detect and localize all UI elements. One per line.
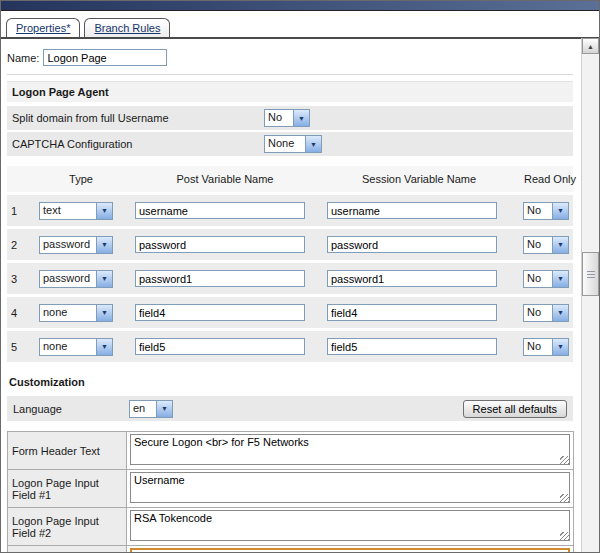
agent-section-header: Logon Page Agent xyxy=(7,81,573,102)
session-variable-input-1[interactable] xyxy=(327,202,497,219)
row-number: 3 xyxy=(11,273,27,285)
type-value: none xyxy=(40,339,96,355)
tab-properties[interactable]: Properties* xyxy=(6,18,80,37)
type-select-1[interactable]: text ▼ xyxy=(39,202,113,220)
customization-section-header: Customization xyxy=(9,376,573,388)
captcha-label: CAPTCHA Configuration xyxy=(12,138,264,150)
field-row-3: 3 password ▼ No ▼ xyxy=(7,263,573,294)
dialog-window: Properties* Branch Rules Name: Logon Pag… xyxy=(0,0,600,553)
chevron-down-icon: ▼ xyxy=(305,136,321,152)
chevron-down-icon: ▼ xyxy=(552,271,568,287)
title-bar xyxy=(1,1,599,11)
scroll-up-button[interactable]: ▲ xyxy=(582,38,599,54)
chevron-down-icon: ▼ xyxy=(552,339,568,355)
name-label: Name: xyxy=(7,52,39,64)
reset-defaults-button[interactable]: Reset all defaults xyxy=(463,400,567,418)
post-variable-input-2[interactable] xyxy=(135,236,305,253)
split-domain-value: No xyxy=(265,110,293,126)
readonly-value: No xyxy=(524,305,552,321)
row-number: 4 xyxy=(11,307,27,319)
split-domain-select[interactable]: No ▼ xyxy=(264,109,310,127)
input-field-3-textarea[interactable]: AD Password xyxy=(130,548,570,553)
type-select-5[interactable]: none ▼ xyxy=(39,338,113,356)
setting-row-split-domain: Split domain from full Username No ▼ xyxy=(7,106,573,130)
input-field-2-label: Logon Page Input Field #2 xyxy=(8,508,127,546)
readonly-select-3[interactable]: No ▼ xyxy=(523,270,569,288)
post-variable-input-1[interactable] xyxy=(135,202,305,219)
input-field-3-label: Logon Page Input Field #3 xyxy=(8,546,127,553)
type-select-2[interactable]: password ▼ xyxy=(39,236,113,254)
content-area: Name: Logon Page Agent Split domain from… xyxy=(1,39,599,553)
text-row-form-header: Form Header Text Secure Logon <br> for F… xyxy=(8,432,574,470)
split-domain-label: Split domain from full Username xyxy=(12,112,264,124)
type-value: password xyxy=(40,271,96,287)
logon-fields-table: Type Post Variable Name Session Variable… xyxy=(7,166,573,362)
header-session-variable: Session Variable Name xyxy=(327,173,511,185)
readonly-select-1[interactable]: No ▼ xyxy=(523,202,569,220)
customization-text-table: Form Header Text Secure Logon <br> for F… xyxy=(7,431,574,553)
language-row: Language en ▼ Reset all defaults xyxy=(7,396,573,421)
post-variable-input-4[interactable] xyxy=(135,304,305,321)
row-number: 2 xyxy=(11,239,27,251)
language-value: en xyxy=(130,401,156,417)
readonly-select-2[interactable]: No ▼ xyxy=(523,236,569,254)
tab-branch-rules[interactable]: Branch Rules xyxy=(84,18,170,37)
thumb-grip-icon xyxy=(587,270,595,278)
session-variable-input-4[interactable] xyxy=(327,304,497,321)
chevron-down-icon: ▼ xyxy=(156,401,172,417)
field-row-5: 5 none ▼ No ▼ xyxy=(7,331,573,362)
form-header-textarea[interactable]: Secure Logon <br> for F5 Networks xyxy=(130,434,570,465)
field-row-4: 4 none ▼ No ▼ xyxy=(7,297,573,328)
tab-properties-label: Properties* xyxy=(16,22,70,34)
resize-grip-icon[interactable] xyxy=(560,532,569,541)
resize-grip-icon[interactable] xyxy=(560,494,569,503)
session-variable-input-2[interactable] xyxy=(327,236,497,253)
scrollbar-thumb[interactable] xyxy=(582,252,599,296)
session-variable-input-3[interactable] xyxy=(327,270,497,287)
text-row-input-field-3: Logon Page Input Field #3 AD Password xyxy=(8,546,574,553)
type-select-4[interactable]: none ▼ xyxy=(39,304,113,322)
readonly-value: No xyxy=(524,271,552,287)
readonly-select-4[interactable]: No ▼ xyxy=(523,304,569,322)
vertical-scrollbar[interactable]: ▲ xyxy=(581,38,599,552)
text-row-input-field-2: Logon Page Input Field #2 RSA Tokencode xyxy=(8,508,574,546)
chevron-down-icon: ▼ xyxy=(96,305,112,321)
name-input[interactable] xyxy=(43,49,167,66)
post-variable-input-5[interactable] xyxy=(135,338,305,355)
readonly-value: No xyxy=(524,339,552,355)
input-field-1-textarea[interactable]: Username xyxy=(130,472,570,503)
scroll-up-arrow-icon: ▲ xyxy=(587,43,594,50)
text-row-input-field-1: Logon Page Input Field #1 Username xyxy=(8,470,574,508)
session-variable-input-5[interactable] xyxy=(327,338,497,355)
language-select[interactable]: en ▼ xyxy=(129,400,173,418)
chevron-down-icon: ▼ xyxy=(96,339,112,355)
readonly-value: No xyxy=(524,203,552,219)
captcha-select[interactable]: None ▼ xyxy=(264,135,322,153)
fields-table-header: Type Post Variable Name Session Variable… xyxy=(7,166,573,192)
tab-branch-rules-label: Branch Rules xyxy=(94,22,160,34)
resize-grip-icon[interactable] xyxy=(560,456,569,465)
input-field-1-label: Logon Page Input Field #1 xyxy=(8,470,127,508)
chevron-down-icon: ▼ xyxy=(552,237,568,253)
chevron-down-icon: ▼ xyxy=(293,110,309,126)
type-value: text xyxy=(40,203,96,219)
field-row-2: 2 password ▼ No ▼ xyxy=(7,229,573,260)
name-row: Name: xyxy=(7,49,573,66)
header-read-only: Read Only xyxy=(523,173,577,185)
divider xyxy=(7,74,573,75)
input-field-2-textarea[interactable]: RSA Tokencode xyxy=(130,510,570,541)
tab-bar: Properties* Branch Rules xyxy=(1,11,599,39)
language-label: Language xyxy=(13,403,129,415)
row-number: 5 xyxy=(11,341,27,353)
type-select-3[interactable]: password ▼ xyxy=(39,270,113,288)
header-type: Type xyxy=(39,173,123,185)
type-value: password xyxy=(40,237,96,253)
header-post-variable: Post Variable Name xyxy=(135,173,315,185)
row-number: 1 xyxy=(11,205,27,217)
readonly-select-5[interactable]: No ▼ xyxy=(523,338,569,356)
post-variable-input-3[interactable] xyxy=(135,270,305,287)
chevron-down-icon: ▼ xyxy=(552,305,568,321)
form-header-label: Form Header Text xyxy=(8,432,127,470)
type-value: none xyxy=(40,305,96,321)
chevron-down-icon: ▼ xyxy=(96,237,112,253)
